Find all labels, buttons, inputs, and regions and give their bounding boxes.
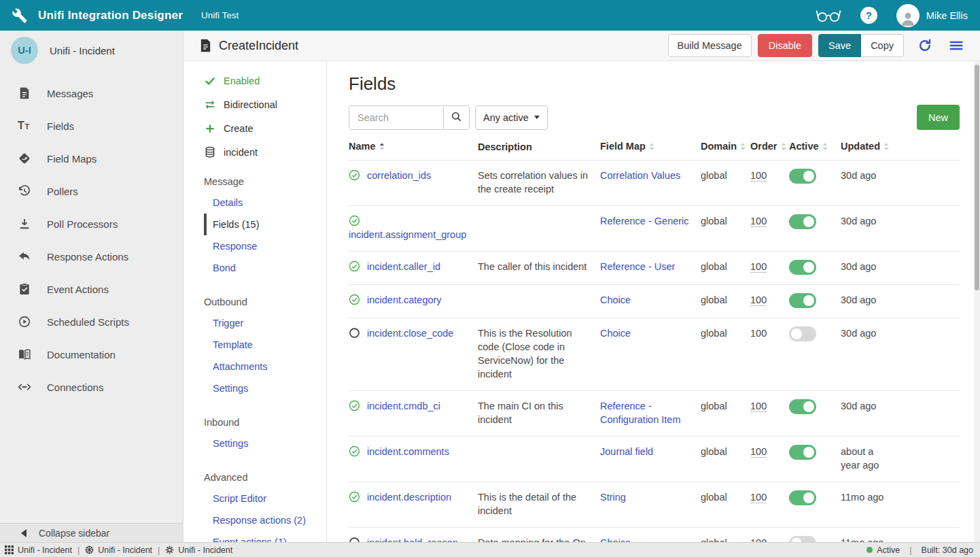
field-map-link[interactable]: Choice	[600, 537, 631, 542]
sidebar-item-connections[interactable]: Connections	[0, 371, 183, 403]
search-input[interactable]	[349, 106, 443, 129]
sidebar-item-field-maps[interactable]: Field Maps	[0, 142, 183, 175]
build-message-button[interactable]: Build Message	[668, 34, 752, 57]
field-name-link[interactable]: incident.cmdb_ci	[367, 401, 440, 411]
order-cell: 100	[750, 318, 789, 391]
active-toggle[interactable]	[789, 260, 816, 275]
statusbar-tab-1[interactable]: Unifi - Incident	[5, 545, 72, 555]
field-name-link[interactable]: incident.category	[367, 294, 442, 305]
nav-item-response[interactable]: Response	[204, 235, 326, 257]
nav-item-script-editor[interactable]: Script Editor	[204, 488, 326, 509]
field-map-cell: Reference - Generic	[600, 206, 701, 252]
sidebar-item-poll-processors[interactable]: Poll Processors	[0, 207, 183, 240]
sidebar-item-event-actions[interactable]: Event Actions	[0, 273, 183, 305]
vertical-scrollbar[interactable]	[974, 61, 980, 542]
active-toggle[interactable]	[789, 445, 816, 460]
column-header-spacer	[899, 133, 960, 161]
field-map-link[interactable]: Reference - Generic	[600, 216, 689, 226]
field-name-link[interactable]: incident.hold_reason	[367, 537, 458, 542]
sidebar-item-scheduled-scripts[interactable]: Scheduled Scripts	[0, 305, 183, 338]
order-value[interactable]: 100	[750, 216, 767, 227]
message-badge-bidirectional[interactable]: Bidirectional	[204, 99, 326, 111]
scrollbar-thumb[interactable]	[975, 65, 979, 290]
sidebar-item-pollers[interactable]: Pollers	[0, 175, 183, 207]
field-map-link[interactable]: Choice	[600, 328, 631, 339]
nav-item-attachments[interactable]: Attachments	[204, 356, 326, 377]
field-map-link[interactable]: Correlation Values	[600, 170, 680, 181]
refresh-icon[interactable]	[917, 38, 932, 53]
table-row: incident.assignment_groupReference - Gen…	[349, 206, 960, 252]
active-toggle[interactable]	[789, 536, 816, 542]
user-name[interactable]: Mike Ellis	[926, 10, 968, 21]
field-map-link[interactable]: Reference - Configuration Item	[600, 401, 680, 425]
active-toggle[interactable]	[789, 490, 816, 505]
column-header-domain[interactable]: Domain	[701, 133, 750, 161]
message-badge-create[interactable]: Create	[204, 122, 326, 135]
order-value[interactable]: 100	[750, 446, 767, 458]
user-avatar[interactable]	[896, 4, 920, 27]
sort-icon	[649, 142, 654, 153]
column-header-updated[interactable]: Updated	[841, 133, 899, 161]
save-button[interactable]: Save	[818, 34, 861, 57]
wrench-logo-icon[interactable]	[11, 7, 28, 24]
active-toggle[interactable]	[789, 214, 816, 229]
column-header-field-map[interactable]: Field Map	[600, 133, 701, 161]
sidebar-item-messages[interactable]: Messages	[0, 77, 183, 109]
active-filter-dropdown[interactable]: Any active	[475, 105, 548, 130]
hamburger-menu-icon[interactable]	[947, 38, 965, 53]
badge-label: Enabled	[224, 75, 260, 86]
column-header-name[interactable]: Name	[349, 133, 478, 161]
nav-item-settings[interactable]: Settings	[204, 377, 326, 399]
statusbar-tab-2[interactable]: Unifi - Incident	[85, 545, 152, 555]
active-toggle[interactable]	[789, 326, 816, 341]
search-button[interactable]	[443, 106, 469, 129]
glasses-icon[interactable]	[816, 7, 841, 24]
field-map-link[interactable]: String	[600, 492, 626, 503]
collapse-sidebar-button[interactable]: Collapse sidebar	[0, 523, 183, 542]
nav-item-response-actions-2[interactable]: Response actions (2)	[204, 509, 326, 531]
sidebar-item-fields[interactable]: TTFields	[0, 109, 183, 142]
environment-name[interactable]: Unifi Test	[201, 10, 239, 20]
column-header-active[interactable]: Active	[789, 133, 841, 161]
main-frame: U-I Unifi - Incident MessagesTTFieldsFie…	[0, 31, 980, 542]
nav-item-fields-15[interactable]: Fields (15)	[204, 214, 326, 235]
field-map-link[interactable]: Reference - User	[600, 261, 675, 272]
active-toggle[interactable]	[789, 169, 816, 184]
nav-item-trigger[interactable]: Trigger	[204, 312, 326, 334]
order-value[interactable]: 100	[750, 401, 767, 412]
field-name-link[interactable]: incident.description	[367, 492, 451, 503]
nav-item-settings[interactable]: Settings	[204, 433, 326, 454]
name-cell: incident.category	[349, 285, 478, 318]
nav-item-event-actions-1[interactable]: Event actions (1)	[204, 531, 326, 542]
domain-cell: global	[701, 528, 750, 543]
field-name-link[interactable]: incident.assignment_group	[349, 229, 466, 240]
disable-button[interactable]: Disable	[758, 34, 812, 57]
new-field-button[interactable]: New	[917, 105, 960, 130]
help-icon[interactable]: ?	[860, 7, 877, 24]
nav-item-template[interactable]: Template	[204, 334, 326, 356]
statusbar-tab-3[interactable]: Unifi - Incident	[165, 545, 232, 555]
integration-header[interactable]: U-I Unifi - Incident	[0, 31, 183, 70]
nav-item-bond[interactable]: Bond	[204, 257, 326, 279]
field-name-link[interactable]: incident.caller_id	[367, 261, 440, 272]
field-name-link[interactable]: incident.close_code	[367, 328, 453, 339]
active-toggle[interactable]	[789, 399, 816, 414]
field-name-link[interactable]: correlation_ids	[367, 170, 431, 181]
column-header-description[interactable]: Description	[478, 133, 600, 161]
field-map-link[interactable]: Journal field	[600, 446, 653, 457]
field-map-link[interactable]: Choice	[600, 294, 631, 305]
message-badge-enabled[interactable]: Enabled	[204, 75, 326, 87]
order-value[interactable]: 100	[750, 492, 767, 503]
message-badge-incident[interactable]: incident	[204, 146, 326, 158]
sidebar-item-documentation[interactable]: Documentation	[0, 338, 183, 371]
nav-item-details[interactable]: Details	[204, 192, 326, 214]
order-value[interactable]: 100	[750, 170, 767, 182]
order-value[interactable]: 100	[750, 294, 767, 306]
copy-button[interactable]: Copy	[861, 34, 904, 57]
order-value[interactable]: 100	[750, 261, 767, 273]
sidebar-item-response-actions[interactable]: Response Actions	[0, 240, 183, 273]
field-name-link[interactable]: incident.comments	[367, 446, 449, 457]
active-toggle[interactable]	[789, 293, 816, 308]
column-header-order[interactable]: Order	[750, 133, 789, 161]
updated-cell: 30d ago	[841, 285, 899, 318]
